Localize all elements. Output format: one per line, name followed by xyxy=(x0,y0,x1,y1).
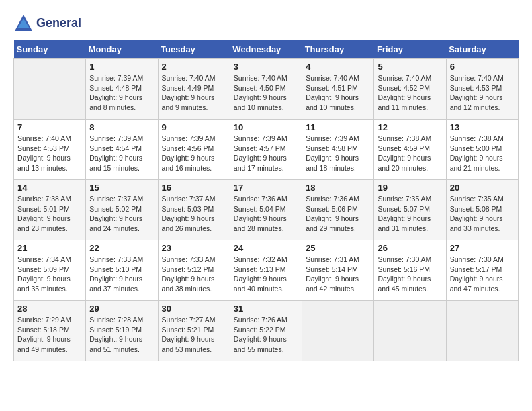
calendar-cell: 19Sunrise: 7:35 AMSunset: 5:07 PMDayligh… xyxy=(374,180,446,240)
day-info: Sunrise: 7:33 AMSunset: 5:12 PMDaylight:… xyxy=(162,255,226,294)
calendar-cell: 25Sunrise: 7:31 AMSunset: 5:14 PMDayligh… xyxy=(302,240,374,301)
day-number: 24 xyxy=(234,243,298,253)
calendar-cell xyxy=(14,59,86,120)
calendar-cell: 17Sunrise: 7:36 AMSunset: 5:04 PMDayligh… xyxy=(230,180,302,240)
day-number: 23 xyxy=(162,243,226,253)
calendar-cell: 20Sunrise: 7:35 AMSunset: 5:08 PMDayligh… xyxy=(446,180,518,240)
logo-icon xyxy=(13,13,34,34)
day-info: Sunrise: 7:40 AMSunset: 4:52 PMDaylight:… xyxy=(378,73,442,113)
calendar-cell: 14Sunrise: 7:38 AMSunset: 5:01 PMDayligh… xyxy=(14,180,86,240)
day-number: 28 xyxy=(17,304,82,314)
header-row: SundayMondayTuesdayWednesdayThursdayFrid… xyxy=(14,40,519,59)
day-number: 6 xyxy=(450,62,515,72)
calendar-cell: 4Sunrise: 7:40 AMSunset: 4:51 PMDaylight… xyxy=(302,59,374,120)
header-day-wednesday: Wednesday xyxy=(230,40,302,59)
calendar-cell: 12Sunrise: 7:38 AMSunset: 4:59 PMDayligh… xyxy=(374,120,446,180)
day-info: Sunrise: 7:37 AMSunset: 5:03 PMDaylight:… xyxy=(162,194,226,234)
day-info: Sunrise: 7:30 AMSunset: 5:17 PMDaylight:… xyxy=(450,255,515,294)
calendar-cell: 15Sunrise: 7:37 AMSunset: 5:02 PMDayligh… xyxy=(86,180,158,240)
day-number: 8 xyxy=(89,122,154,132)
day-info: Sunrise: 7:38 AMSunset: 5:01 PMDaylight:… xyxy=(17,194,82,234)
calendar-cell: 23Sunrise: 7:33 AMSunset: 5:12 PMDayligh… xyxy=(158,240,230,301)
calendar-cell xyxy=(374,301,446,361)
day-info: Sunrise: 7:39 AMSunset: 4:57 PMDaylight:… xyxy=(234,134,298,173)
day-number: 27 xyxy=(450,243,515,253)
day-info: Sunrise: 7:36 AMSunset: 5:06 PMDaylight:… xyxy=(306,194,370,234)
calendar-cell: 13Sunrise: 7:38 AMSunset: 5:00 PMDayligh… xyxy=(446,120,518,180)
header-day-saturday: Saturday xyxy=(446,40,518,59)
day-number: 25 xyxy=(306,243,370,253)
calendar-week-5: 28Sunrise: 7:29 AMSunset: 5:18 PMDayligh… xyxy=(14,301,519,361)
day-number: 17 xyxy=(234,183,298,193)
day-number: 12 xyxy=(378,122,442,132)
day-number: 26 xyxy=(378,243,442,253)
day-number: 18 xyxy=(306,183,370,193)
day-info: Sunrise: 7:40 AMSunset: 4:49 PMDaylight:… xyxy=(162,73,226,113)
day-info: Sunrise: 7:30 AMSunset: 5:16 PMDaylight:… xyxy=(378,255,442,294)
calendar-cell: 7Sunrise: 7:40 AMSunset: 4:53 PMDaylight… xyxy=(14,120,86,180)
calendar-cell xyxy=(302,301,374,361)
calendar-cell: 6Sunrise: 7:40 AMSunset: 4:53 PMDaylight… xyxy=(446,59,518,120)
day-info: Sunrise: 7:26 AMSunset: 5:22 PMDaylight:… xyxy=(234,315,298,355)
day-info: Sunrise: 7:39 AMSunset: 4:56 PMDaylight:… xyxy=(162,134,226,173)
day-info: Sunrise: 7:40 AMSunset: 4:51 PMDaylight:… xyxy=(306,73,370,113)
calendar-cell: 27Sunrise: 7:30 AMSunset: 5:17 PMDayligh… xyxy=(446,240,518,301)
calendar-table: SundayMondayTuesdayWednesdayThursdayFrid… xyxy=(13,40,519,361)
calendar-header: SundayMondayTuesdayWednesdayThursdayFrid… xyxy=(14,40,519,59)
logo: General xyxy=(13,13,81,34)
calendar-cell xyxy=(446,301,518,361)
day-number: 4 xyxy=(306,62,370,72)
day-info: Sunrise: 7:38 AMSunset: 4:59 PMDaylight:… xyxy=(378,134,442,173)
day-number: 5 xyxy=(378,62,442,72)
calendar-cell: 22Sunrise: 7:33 AMSunset: 5:10 PMDayligh… xyxy=(86,240,158,301)
day-info: Sunrise: 7:36 AMSunset: 5:04 PMDaylight:… xyxy=(234,194,298,234)
day-number: 3 xyxy=(234,62,298,72)
calendar-body: 1Sunrise: 7:39 AMSunset: 4:48 PMDaylight… xyxy=(14,59,519,361)
calendar-cell: 30Sunrise: 7:27 AMSunset: 5:21 PMDayligh… xyxy=(158,301,230,361)
calendar-cell: 9Sunrise: 7:39 AMSunset: 4:56 PMDaylight… xyxy=(158,120,230,180)
header-day-thursday: Thursday xyxy=(302,40,374,59)
day-number: 20 xyxy=(450,183,515,193)
day-info: Sunrise: 7:31 AMSunset: 5:14 PMDaylight:… xyxy=(306,255,370,294)
day-info: Sunrise: 7:40 AMSunset: 4:50 PMDaylight:… xyxy=(234,73,298,113)
day-info: Sunrise: 7:39 AMSunset: 4:58 PMDaylight:… xyxy=(306,134,370,173)
day-number: 22 xyxy=(89,243,154,253)
calendar-cell: 16Sunrise: 7:37 AMSunset: 5:03 PMDayligh… xyxy=(158,180,230,240)
day-info: Sunrise: 7:40 AMSunset: 4:53 PMDaylight:… xyxy=(17,134,82,173)
day-number: 30 xyxy=(162,304,226,314)
day-info: Sunrise: 7:33 AMSunset: 5:10 PMDaylight:… xyxy=(89,255,154,294)
calendar-cell: 11Sunrise: 7:39 AMSunset: 4:58 PMDayligh… xyxy=(302,120,374,180)
calendar-week-4: 21Sunrise: 7:34 AMSunset: 5:09 PMDayligh… xyxy=(14,240,519,301)
header-day-monday: Monday xyxy=(86,40,158,59)
calendar-week-2: 7Sunrise: 7:40 AMSunset: 4:53 PMDaylight… xyxy=(14,120,519,180)
day-info: Sunrise: 7:27 AMSunset: 5:21 PMDaylight:… xyxy=(162,315,226,355)
day-info: Sunrise: 7:39 AMSunset: 4:54 PMDaylight:… xyxy=(89,134,154,173)
day-number: 10 xyxy=(234,122,298,132)
calendar-cell: 3Sunrise: 7:40 AMSunset: 4:50 PMDaylight… xyxy=(230,59,302,120)
calendar-cell: 8Sunrise: 7:39 AMSunset: 4:54 PMDaylight… xyxy=(86,120,158,180)
day-number: 21 xyxy=(17,243,82,253)
calendar-cell: 1Sunrise: 7:39 AMSunset: 4:48 PMDaylight… xyxy=(86,59,158,120)
day-number: 13 xyxy=(450,122,515,132)
day-number: 15 xyxy=(89,183,154,193)
day-number: 11 xyxy=(306,122,370,132)
day-info: Sunrise: 7:37 AMSunset: 5:02 PMDaylight:… xyxy=(89,194,154,234)
day-info: Sunrise: 7:32 AMSunset: 5:13 PMDaylight:… xyxy=(234,255,298,294)
day-info: Sunrise: 7:29 AMSunset: 5:18 PMDaylight:… xyxy=(17,315,82,355)
calendar-cell: 10Sunrise: 7:39 AMSunset: 4:57 PMDayligh… xyxy=(230,120,302,180)
day-info: Sunrise: 7:34 AMSunset: 5:09 PMDaylight:… xyxy=(17,255,82,294)
day-info: Sunrise: 7:35 AMSunset: 5:07 PMDaylight:… xyxy=(378,194,442,234)
calendar-cell: 26Sunrise: 7:30 AMSunset: 5:16 PMDayligh… xyxy=(374,240,446,301)
day-number: 29 xyxy=(89,304,154,314)
calendar-cell: 18Sunrise: 7:36 AMSunset: 5:06 PMDayligh… xyxy=(302,180,374,240)
calendar-cell: 29Sunrise: 7:28 AMSunset: 5:19 PMDayligh… xyxy=(86,301,158,361)
day-number: 2 xyxy=(162,62,226,72)
day-number: 19 xyxy=(378,183,442,193)
day-info: Sunrise: 7:40 AMSunset: 4:53 PMDaylight:… xyxy=(450,73,515,113)
header-day-tuesday: Tuesday xyxy=(158,40,230,59)
day-info: Sunrise: 7:28 AMSunset: 5:19 PMDaylight:… xyxy=(89,315,154,355)
day-number: 31 xyxy=(234,304,298,314)
day-number: 9 xyxy=(162,122,226,132)
header-day-sunday: Sunday xyxy=(14,40,86,59)
calendar-cell: 24Sunrise: 7:32 AMSunset: 5:13 PMDayligh… xyxy=(230,240,302,301)
